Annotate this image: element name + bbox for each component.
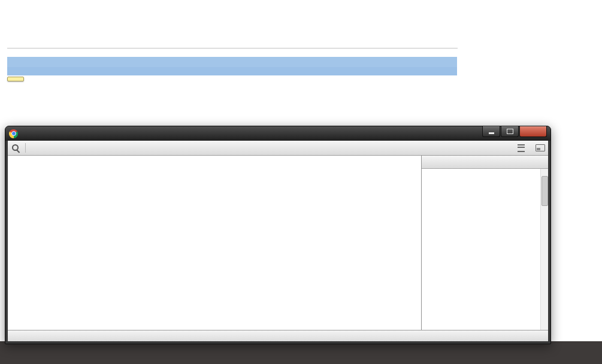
- devtools-toolbar: [8, 141, 548, 156]
- breadcrumb-bar: [8, 330, 548, 341]
- minimize-icon: [489, 132, 494, 134]
- dom-tree: [8, 156, 421, 330]
- inspect-element-icon[interactable]: [11, 143, 20, 153]
- sidebar-scrollbar[interactable]: [540, 169, 548, 330]
- devtools-frame: [5, 141, 550, 344]
- devtools-window: [5, 126, 551, 344]
- sidebar-tabs: [422, 156, 548, 169]
- page-footer: [0, 341, 602, 364]
- close-button[interactable]: [519, 126, 547, 137]
- toolbar-separator: [25, 143, 26, 153]
- inspect-highlight-margin: [7, 67, 457, 75]
- devtools-titlebar[interactable]: [5, 126, 550, 141]
- styles-content: [422, 169, 540, 330]
- minimize-button[interactable]: [482, 126, 500, 137]
- chrome-icon-core: [11, 131, 16, 136]
- maximize-icon: [507, 129, 513, 134]
- toolbar-right-icons: [510, 144, 545, 152]
- devtools-client: [8, 141, 548, 341]
- inspect-highlight-content: [7, 57, 457, 67]
- devtools-main: [8, 156, 548, 330]
- window-controls: [482, 126, 547, 137]
- scrollbar-thumb[interactable]: [542, 176, 548, 206]
- tabs-underline: [7, 48, 458, 48]
- styles-sidebar: [421, 156, 548, 330]
- menu-lines-icon[interactable]: [518, 144, 525, 152]
- chrome-icon: [9, 129, 18, 138]
- scroll-down-icon[interactable]: [541, 323, 548, 330]
- scroll-up-icon[interactable]: [541, 169, 548, 175]
- maximize-button[interactable]: [501, 126, 519, 137]
- dock-window-icon[interactable]: [536, 144, 545, 151]
- inspect-tooltip: [7, 77, 24, 81]
